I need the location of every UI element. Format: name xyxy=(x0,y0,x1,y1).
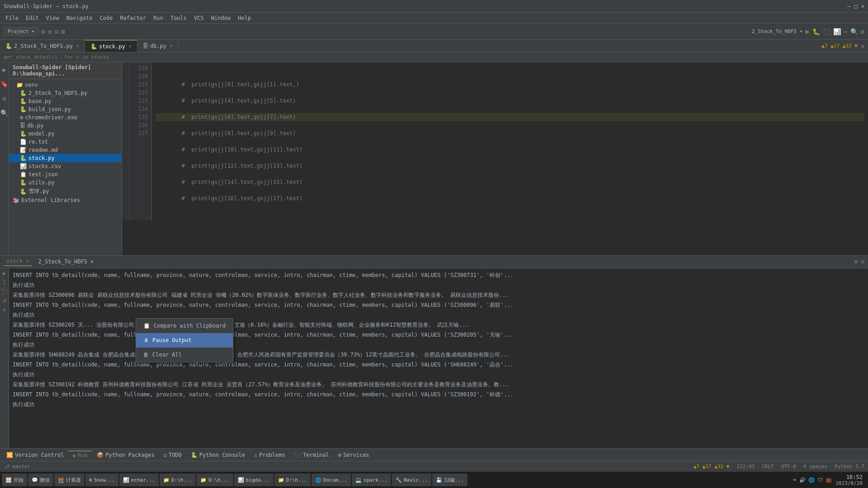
ctx-compare-clipboard[interactable]: 📋 Compare with Clipboard xyxy=(136,319,233,333)
sidebar-item-build-json[interactable]: 🐍build_json.py xyxy=(9,105,122,113)
sidebar-item-re-txt[interactable]: 📄re.txt xyxy=(9,138,122,146)
debug-button[interactable]: 🐛 xyxy=(812,28,820,35)
taskbar-folder1[interactable]: 📁D:\h... xyxy=(160,474,196,486)
run-content[interactable]: INSERT INTO tb_detail(code, name, fullna… xyxy=(9,268,868,449)
close-button[interactable]: × xyxy=(861,3,864,9)
run-stop-icon[interactable]: ⬛ xyxy=(1,288,8,295)
sidebar-item-utils-py[interactable]: 🐍utils.py xyxy=(9,178,122,187)
tab-hdfs[interactable]: 🐍 2_Stock_To_HDFS.py × xyxy=(0,40,85,52)
sidebar-item-hdfs-py[interactable]: 🐍2_Stock_To_HDFS.py xyxy=(9,89,122,97)
tab-hdfs-close[interactable]: × xyxy=(76,43,79,48)
menu-code[interactable]: Code xyxy=(96,14,117,22)
encoding[interactable]: UTF-8 xyxy=(781,464,796,469)
taskbar-echar[interactable]: 📊echar... xyxy=(119,474,159,486)
run-settings-icon[interactable]: ⚙ xyxy=(854,258,858,265)
sidebar-item-readme[interactable]: 📝readme.md xyxy=(9,146,122,154)
code-content[interactable]: # print(gsjj[0].text,gsjj[1].text,) # pr… xyxy=(152,62,868,221)
expand-icon[interactable]: ⊞ xyxy=(61,28,65,35)
window-controls[interactable]: – □ × xyxy=(847,3,864,9)
menu-view[interactable]: View xyxy=(42,14,63,22)
stop-button[interactable]: ⬛ xyxy=(823,28,830,35)
more-button[interactable]: ⋯ xyxy=(844,28,847,35)
sidebar-item-stocks-csv[interactable]: 📊stocks.csv xyxy=(9,162,122,170)
menu-edit[interactable]: Edit xyxy=(22,14,42,22)
tab-stock-close[interactable]: × xyxy=(129,44,132,49)
git-status[interactable]: ⎇ master xyxy=(4,464,30,469)
project-selector[interactable]: Project ▾ xyxy=(4,27,39,36)
search-left-icon[interactable]: 🔍 xyxy=(0,108,8,118)
bookmark-icon[interactable]: 🔖 xyxy=(0,79,8,89)
sidebar-item-base-py[interactable]: 🐍base.py xyxy=(9,97,122,105)
taskbar-folder2[interactable]: 📁D:\h... xyxy=(197,474,233,486)
panel-expand-icon[interactable]: ≡ xyxy=(861,43,864,49)
minimize-button[interactable]: – xyxy=(847,3,850,9)
run-rerun-icon[interactable]: ↺ xyxy=(3,297,6,304)
taskbar-disk[interactable]: 💾32磁... xyxy=(432,474,467,486)
tab-terminal[interactable]: ⬛ Terminal xyxy=(290,451,334,459)
ctx-clear-all[interactable]: 🗑 Clear All xyxy=(136,347,233,362)
menu-file[interactable]: File xyxy=(2,14,22,22)
run-step-icon[interactable]: ⤵ xyxy=(3,279,6,286)
sidebar-item-xuequiu-py[interactable]: 🐍雪球.py xyxy=(9,187,122,196)
code-editor[interactable]: 119 120 121 122 123 124 125 126 127 # pr… xyxy=(122,62,868,255)
search-button[interactable]: 🔍 xyxy=(850,28,858,35)
menu-run[interactable]: Run xyxy=(150,14,167,22)
taskbar-calculator[interactable]: 🧮计算器 xyxy=(54,474,85,486)
settings-icon[interactable]: ⚙ xyxy=(42,28,45,35)
tab-run[interactable]: ▶ Run xyxy=(68,450,92,460)
line-separator[interactable]: CRLF xyxy=(762,464,774,469)
start-button[interactable]: 🪟 开始 xyxy=(2,474,27,486)
sidebar-item-stock-py[interactable]: 🐍stock.py xyxy=(9,154,122,162)
sidebar-item-test-json[interactable]: 📋test.json xyxy=(9,170,122,178)
tab-problems[interactable]: ⚠ Problems xyxy=(250,451,290,459)
run-button[interactable]: ▶ xyxy=(805,27,810,36)
taskbar-bigdata[interactable]: 📊bigda... xyxy=(234,474,274,486)
taskbar-snow[interactable]: ❄Snow... xyxy=(85,474,118,486)
sidebar-item-ext-libs[interactable]: 📚External Libraries xyxy=(9,196,122,204)
taskbar-spark[interactable]: 💻spark... xyxy=(352,474,391,486)
run-expand-icon[interactable]: ⊡ xyxy=(861,258,864,265)
layout-icon[interactable]: ≡ xyxy=(48,28,52,35)
tab-python-packages[interactable]: 📦 Python Packages xyxy=(92,451,159,459)
settings-button[interactable]: ⚙ xyxy=(861,28,864,35)
ctx-pause-output[interactable]: ⏸ Pause Output xyxy=(136,333,233,347)
tab-todo[interactable]: ☑ TODO xyxy=(159,451,186,459)
menu-help[interactable]: Help xyxy=(234,14,255,22)
run-panel-tab-stock[interactable]: stock × xyxy=(4,257,32,266)
run-config-selector[interactable]: 2_Stock_To_HDFS ▾ xyxy=(752,28,803,34)
sidebar-item-venv[interactable]: 📁venv xyxy=(9,81,122,89)
tab-db[interactable]: 🗄 db.py × xyxy=(137,40,179,52)
run-panel-tab-hdfs[interactable]: 2_Stock_To_HDFS × xyxy=(36,258,97,266)
run-icon[interactable]: ▶ xyxy=(2,64,6,75)
project-header[interactable]: Snowball-Spider [Spider] D:\hadoop_spi..… xyxy=(9,62,122,79)
structure-icon[interactable]: ≡ xyxy=(2,93,6,104)
menu-tools[interactable]: Tools xyxy=(167,14,190,22)
python-version[interactable]: Python 3.7 xyxy=(835,464,864,469)
cursor-position[interactable]: 122:43 xyxy=(736,464,755,469)
indent[interactable]: 4 spaces xyxy=(803,464,827,469)
collapse-icon[interactable]: ⊡ xyxy=(54,28,58,35)
tab-db-close[interactable]: × xyxy=(170,43,173,48)
run-tab-icon: ▶ xyxy=(73,452,76,459)
tab-stock[interactable]: 🐍 stock.py × xyxy=(85,40,137,52)
run-close-icon[interactable]: ✕ xyxy=(3,306,6,313)
menu-vcs[interactable]: VCS xyxy=(190,14,208,22)
tab-services[interactable]: ⚙ Services xyxy=(334,451,374,459)
coverage-button[interactable]: 📊 xyxy=(833,28,841,35)
sidebar-item-chromedriver[interactable]: ⚙chromedriver.exe xyxy=(9,113,122,122)
taskbar-navic[interactable]: 🔧Navic... xyxy=(392,474,431,486)
breadcrumb-loop[interactable]: for s in stocks xyxy=(64,54,109,60)
sidebar-item-model-py[interactable]: 🐍model.py xyxy=(9,130,122,138)
taskbar-docum[interactable]: 🌐Docum... xyxy=(311,474,351,486)
tab-python-console[interactable]: 🐍 Python Console xyxy=(186,451,250,459)
taskbar-folder3[interactable]: 📁D:\h... xyxy=(274,474,311,486)
menu-window[interactable]: Window xyxy=(208,14,234,22)
maximize-button[interactable]: □ xyxy=(854,3,858,9)
sidebar-item-db-py[interactable]: 🗄db.py xyxy=(9,122,122,130)
menu-refactor[interactable]: Refactor xyxy=(116,14,150,22)
taskbar-wechat[interactable]: 💬微信 xyxy=(28,474,53,486)
tab-version-control[interactable]: 🔀 Version Control xyxy=(2,451,68,459)
breadcrumb-func[interactable]: get_stock_detail() xyxy=(4,54,57,60)
menu-navigate[interactable]: Navigate xyxy=(63,14,96,22)
run-resume-icon[interactable]: ▶ xyxy=(3,270,6,277)
